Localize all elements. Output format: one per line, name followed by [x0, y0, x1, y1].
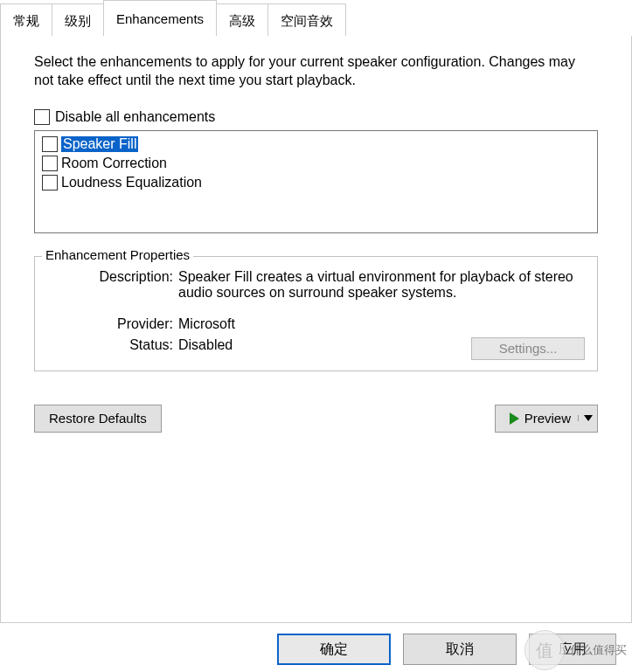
preview-label: Preview — [524, 411, 571, 426]
enhancement-checkbox[interactable] — [42, 136, 58, 152]
properties-legend: Enhancement Properties — [42, 247, 193, 262]
properties-group: Enhancement Properties Description: Spea… — [34, 256, 598, 371]
settings-button: Settings... — [471, 337, 585, 360]
list-item[interactable]: Speaker Fill — [40, 135, 592, 154]
enhancement-label: Room Correction — [61, 156, 167, 171]
disable-all-checkbox[interactable] — [34, 109, 50, 125]
tab-spatial[interactable]: 空间音效 — [267, 3, 346, 36]
tab-enhancements[interactable]: Enhancements — [103, 0, 217, 36]
tab-general[interactable]: 常规 — [0, 3, 52, 36]
enhancements-list[interactable]: Speaker Fill Room Correction Loudness Eq… — [34, 130, 598, 233]
preview-dropdown[interactable] — [578, 415, 597, 421]
restore-defaults-label: Restore Defaults — [49, 411, 147, 426]
play-icon — [510, 412, 519, 425]
tab-advanced[interactable]: 高级 — [216, 3, 268, 36]
description-value: Speaker Fill creates a virtual environme… — [178, 269, 585, 301]
watermark-text: 什么值得买 — [570, 642, 627, 658]
restore-defaults-button[interactable]: Restore Defaults — [34, 405, 162, 433]
enhancement-checkbox[interactable] — [42, 156, 58, 171]
tab-levels[interactable]: 级别 — [52, 3, 104, 36]
description-key: Description: — [47, 269, 178, 301]
tab-strip: 常规 级别 Enhancements 高级 空间音效 — [0, 0, 632, 37]
provider-value: Microsoft — [178, 316, 585, 332]
status-key: Status: — [47, 337, 178, 353]
list-item[interactable]: Room Correction — [40, 154, 592, 173]
enhancement-checkbox[interactable] — [42, 175, 58, 191]
preview-button[interactable]: Preview — [495, 405, 598, 433]
disable-all-label: Disable all enhancements — [55, 109, 215, 125]
hint-text: Select the enhancements to apply for you… — [34, 53, 598, 90]
enhancement-label: Speaker Fill — [61, 136, 138, 152]
enhancements-panel: Select the enhancements to apply for you… — [0, 36, 632, 623]
list-item[interactable]: Loudness Equalization — [40, 173, 592, 192]
watermark: 值 什么值得买 — [524, 630, 627, 670]
provider-key: Provider: — [47, 316, 178, 332]
disable-all-row[interactable]: Disable all enhancements — [34, 109, 598, 125]
enhancement-label: Loudness Equalization — [61, 175, 202, 191]
watermark-icon: 值 — [524, 630, 565, 670]
cancel-button[interactable]: 取消 — [403, 634, 517, 665]
chevron-down-icon — [584, 415, 593, 421]
ok-button[interactable]: 确定 — [277, 634, 391, 665]
